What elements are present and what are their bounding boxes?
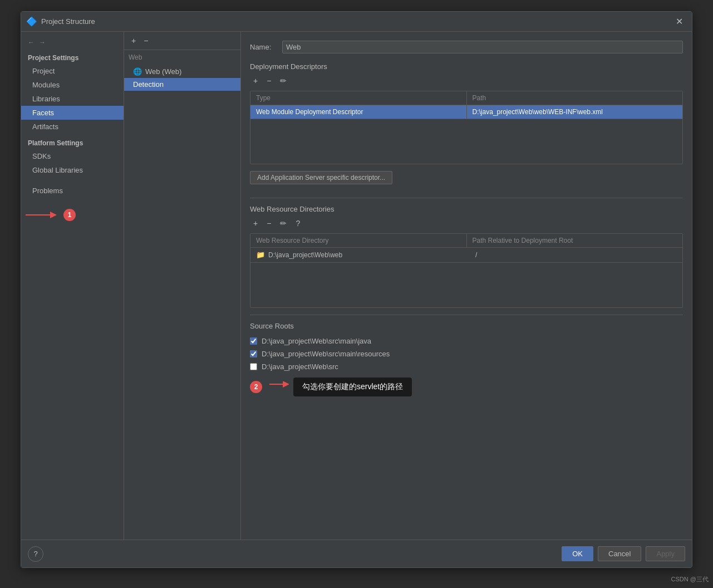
platform-settings-label: Platform Settings (21, 134, 124, 149)
close-button[interactable]: ✕ (672, 15, 686, 28)
dd-remove-button[interactable]: − (263, 75, 274, 86)
titlebar: 🔷 Project Structure ✕ (21, 12, 692, 32)
source-root-row-1: D:\java_project\Web\src\main\resources (250, 347, 683, 360)
dd-edit-button[interactable]: ✏ (277, 75, 290, 86)
wrd-table: Web Resource Directory Path Relative to … (250, 233, 683, 308)
tree-item-detection[interactable]: Detection (124, 78, 240, 91)
bottom-bar: ? OK Cancel Apply (21, 540, 692, 567)
dd-cell-type-0: Web Module Deployment Descriptor (250, 105, 467, 119)
badge-1: 1 (63, 209, 76, 221)
source-root-path-0: D:\java_project\Web\src\main\java (262, 337, 371, 345)
tree-remove-button[interactable]: − (141, 35, 151, 46)
tree-toolbar: + − (124, 32, 240, 50)
apply-button[interactable]: Apply (646, 546, 685, 561)
wrd-remove-button[interactable]: − (263, 218, 274, 229)
dd-add-button[interactable]: + (250, 75, 261, 86)
wrd-deploy-0: / (470, 251, 677, 259)
source-root-path-2: D:\java_project\Web\src (262, 362, 338, 371)
watermark: CSDN @三代 (671, 575, 709, 584)
help-button[interactable]: ? (28, 546, 43, 562)
deployment-descriptors-title: Deployment Descriptors (250, 62, 683, 71)
content-panel: Name: Deployment Descriptors + − ✏ Type … (241, 32, 692, 540)
name-input[interactable] (282, 41, 683, 53)
arrow-down-icon (267, 381, 289, 393)
source-root-checkbox-0[interactable] (250, 337, 257, 345)
tree-add-button[interactable]: + (129, 35, 139, 46)
annotation-2: 2 勾选你要创建的servlet的路径 (250, 378, 683, 396)
wrd-table-header: Web Resource Directory Path Relative to … (250, 234, 682, 248)
tree-item-web-web[interactable]: 🌐 Web (Web) (124, 65, 240, 78)
sidebar-item-project[interactable]: Project (21, 64, 124, 78)
wrd-toolbar: + − ✏ ? (250, 218, 683, 229)
source-root-checkbox-1[interactable] (250, 350, 257, 357)
project-settings-label: Project Settings (21, 48, 124, 64)
tree-panel: + − Web 🌐 Web (Web) Detection (124, 32, 241, 540)
wrd-path-0: D:\java_project\Web\web (268, 251, 470, 259)
sidebar-item-problems[interactable]: Problems (21, 184, 124, 198)
divider-1 (250, 198, 683, 198)
nav-back-button[interactable]: ← (28, 38, 35, 46)
source-root-row-2: D:\java_project\Web\src (250, 360, 683, 373)
cancel-button[interactable]: Cancel (598, 546, 641, 561)
wrd-edit-button[interactable]: ✏ (277, 218, 290, 229)
app-icon: 🔷 (27, 17, 37, 27)
sidebar: ← → Project Settings Project Modules Lib… (21, 32, 124, 540)
source-roots-section: Source Roots D:\java_project\Web\src\mai… (250, 322, 683, 396)
add-server-descriptor-button[interactable]: Add Application Server specific descript… (250, 171, 392, 184)
wrd-empty-area (250, 263, 682, 307)
wrd-col-path: Path Relative to Deployment Root (467, 234, 683, 247)
sidebar-item-modules[interactable]: Modules (21, 78, 124, 92)
web-resource-directories-section: Web Resource Directories + − ✏ ? Web Res… (250, 205, 683, 308)
source-root-row-0: D:\java_project\Web\src\main\java (250, 335, 683, 347)
dd-row-0[interactable]: Web Module Deployment Descriptor D:\java… (250, 105, 682, 119)
ok-button[interactable]: OK (562, 546, 593, 561)
web-icon: 🌐 (133, 67, 142, 76)
sidebar-item-facets[interactable]: Facets (21, 106, 124, 120)
sidebar-item-artifacts[interactable]: Artifacts (21, 120, 124, 134)
dd-table: Type Path Web Module Deployment Descript… (250, 91, 683, 164)
project-structure-window: 🔷 Project Structure ✕ ← → Project Settin… (21, 11, 692, 568)
dd-table-header: Type Path (250, 91, 682, 105)
sidebar-item-libraries[interactable]: Libraries (21, 92, 124, 106)
wrd-add-button[interactable]: + (250, 218, 261, 229)
wrd-col-dir: Web Resource Directory (250, 234, 467, 247)
source-root-path-1: D:\java_project\Web\src\main\resources (262, 350, 390, 358)
folder-icon: 📁 (256, 251, 265, 259)
dd-cell-path-0: D:\java_project\Web\web\WEB-INF\web.xml (467, 105, 683, 119)
dd-col-type: Type (250, 91, 467, 105)
window-title: Project Structure (41, 17, 672, 26)
wrd-row-0[interactable]: 📁 D:\java_project\Web\web / (250, 248, 682, 263)
nav-forward-button[interactable]: → (39, 38, 46, 46)
dd-empty-area (250, 119, 682, 164)
badge-2: 2 (250, 381, 262, 393)
annotation-1: 1 (21, 209, 124, 221)
dd-col-path: Path (467, 91, 683, 105)
sidebar-item-global-libraries[interactable]: Global Libraries (21, 163, 124, 177)
main-content: ← → Project Settings Project Modules Lib… (21, 32, 692, 540)
deployment-descriptors-section: Deployment Descriptors + − ✏ Type Path W… (250, 62, 683, 191)
source-root-checkbox-2[interactable] (250, 363, 257, 370)
web-resource-title: Web Resource Directories (250, 205, 683, 213)
source-roots-title: Source Roots (250, 322, 683, 330)
tree-section-label: Web (124, 50, 240, 65)
dd-toolbar: + − ✏ (250, 75, 683, 86)
divider-2 (250, 315, 683, 315)
name-label: Name: (250, 43, 278, 51)
arrow-right-icon (26, 209, 59, 220)
wrd-help-button[interactable]: ? (292, 218, 303, 229)
annotation-tooltip: 勾选你要创建的servlet的路径 (293, 378, 412, 396)
name-field-row: Name: (250, 41, 683, 53)
sidebar-item-sdks[interactable]: SDKs (21, 149, 124, 163)
sidebar-nav: ← → (21, 36, 124, 48)
